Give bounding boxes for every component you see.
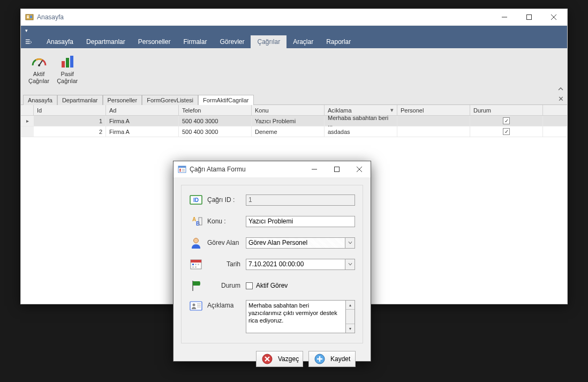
svg-rect-19	[179, 170, 181, 171]
doc-tab-anasayfa[interactable]: Anasayfa	[23, 95, 57, 105]
ribbon-tab-gorevler[interactable]: Görevler	[213, 35, 251, 48]
svg-rect-20	[182, 169, 185, 170]
vazgec-button[interactable]: Vazgeç	[256, 351, 303, 367]
ribbon-quick-access: ▾	[21, 26, 567, 35]
textarea-scrollbar[interactable]: ▴ ▾	[346, 300, 355, 333]
label-cagri-id: Çağrı ID :	[207, 196, 246, 204]
doc-tab-close-icon[interactable]: ✕	[558, 95, 564, 103]
cell-id: 2	[34, 126, 106, 137]
table-row[interactable]: ▸ 1 Firma A 500 400 3000 Yazıcı Problemi…	[21, 116, 567, 126]
doc-tab-formaktifcagrilar[interactable]: FormAktifCagrilar	[198, 95, 254, 105]
ribbon-tab-firmalar[interactable]: Firmalar	[177, 35, 213, 48]
scroll-down-icon[interactable]: ▾	[346, 324, 355, 333]
svg-point-31	[194, 238, 199, 243]
cell-durum[interactable]: ✓	[470, 116, 543, 126]
label-durum: Durum	[207, 282, 246, 289]
ribbon-tab-personeller[interactable]: Personeller	[132, 35, 177, 48]
grid-indicator-header	[21, 105, 34, 115]
input-cagri-id	[246, 194, 355, 206]
dropdown-arrow-icon[interactable]	[345, 237, 355, 249]
col-header-telefon[interactable]: Telefon	[179, 105, 252, 115]
svg-text:ID: ID	[193, 197, 199, 203]
col-header-id[interactable]: Id	[34, 105, 106, 115]
gauge-icon	[31, 53, 48, 70]
app-menu-icon[interactable]	[25, 36, 36, 47]
person-icon	[189, 237, 203, 249]
cell-durum[interactable]: ✓	[470, 126, 543, 137]
svg-rect-9	[26, 41, 30, 42]
app-icon	[25, 13, 34, 21]
dropdown-gorev-alan[interactable]: Görev Alan Personel	[246, 237, 355, 249]
svg-rect-18	[179, 169, 181, 170]
svg-rect-15	[70, 56, 73, 68]
dialog-minimize-button[interactable]	[303, 162, 326, 177]
svg-rect-21	[182, 170, 185, 171]
ribbon-collapse-icon[interactable]	[557, 86, 564, 92]
svg-rect-17	[178, 166, 186, 168]
dialog-close-button[interactable]	[348, 162, 371, 177]
ribbon-tab-anasayfa[interactable]: Anasayfa	[40, 35, 80, 48]
dialog-titlebar: Çağrı Atama Formu	[174, 161, 371, 177]
datepicker-tarih[interactable]: 7.10.2021 00:00:00	[246, 259, 355, 270]
textarea-aciklama[interactable]	[246, 300, 346, 333]
flag-icon	[189, 280, 203, 291]
ribbon-tab-araclar[interactable]: Araçlar	[287, 35, 320, 48]
doc-tab-formgorevlistesi[interactable]: FormGorevListesi	[142, 95, 198, 105]
svg-rect-3	[30, 16, 32, 18]
ribbon-tabstrip: Anasayfa Departmanlar Personeller Firmal…	[21, 35, 567, 48]
text-icon: AB	[189, 215, 203, 227]
cell-aciklama: asdadas	[325, 126, 397, 137]
svg-rect-1	[27, 16, 29, 17]
checkbox-icon: ✓	[503, 128, 510, 135]
cancel-icon	[262, 354, 273, 364]
ribbon-btn-pasif-cagrilar[interactable]: Pasif Çağrılar	[54, 51, 81, 86]
cell-ad: Firma A	[106, 116, 179, 126]
ribbon-label: Pasif Çağrılar	[57, 71, 78, 85]
col-header-personel[interactable]: Personel	[397, 105, 470, 115]
ribbon-tab-raporlar[interactable]: Raporlar	[320, 35, 357, 48]
maximize-button[interactable]	[517, 9, 541, 25]
doc-tab-departmanlar[interactable]: Departmanlar	[57, 95, 103, 105]
col-header-aciklama[interactable]: Aciklama▾	[325, 105, 397, 115]
sort-desc-icon: ▾	[390, 107, 394, 114]
datepicker-arrow-icon[interactable]	[345, 259, 355, 270]
add-icon	[314, 354, 325, 364]
svg-rect-37	[192, 266, 194, 268]
ribbon-tab-departmanlar[interactable]: Departmanlar	[80, 35, 132, 48]
svg-rect-34	[192, 264, 194, 265]
quick-dropdown-icon[interactable]: ▾	[25, 28, 28, 33]
dialog-cagri-atama: Çağrı Atama Formu ID Çağrı ID : AB Konu …	[173, 161, 371, 362]
dialog-maximize-button[interactable]	[326, 162, 348, 177]
svg-rect-8	[26, 40, 30, 40]
svg-rect-14	[66, 58, 69, 68]
close-button[interactable]	[541, 9, 566, 25]
ribbon-btn-aktif-cagrilar[interactable]: Aktif Çağrılar	[25, 51, 52, 86]
dialog-title: Çağrı Atama Formu	[190, 166, 303, 173]
input-konu[interactable]	[246, 216, 355, 227]
grid-header-row: Id Ad Telefon Konu Aciklama▾ Personel Du…	[21, 105, 567, 116]
ribbon-tab-cagrilar[interactable]: Çağrılar	[251, 35, 287, 48]
label-konu: Konu :	[207, 218, 246, 225]
col-header-ad[interactable]: Ad	[106, 105, 179, 115]
dialog-icon	[178, 165, 186, 174]
label-gorev-alan: Görev Alan	[207, 239, 246, 246]
address-card-icon	[189, 300, 203, 312]
doc-tab-personeller[interactable]: Personeller	[103, 95, 142, 105]
minimize-button[interactable]	[492, 9, 517, 25]
cell-id: 1	[34, 116, 106, 126]
bar-chart-icon	[59, 53, 76, 70]
document-tabstrip: Anasayfa Departmanlar Personeller FormGo…	[21, 93, 567, 105]
cell-personel	[397, 126, 470, 137]
checkbox-aktif-gorev[interactable]: Aktif Görev	[246, 282, 288, 289]
cell-telefon: 500 400 3000	[179, 116, 252, 126]
row-indicator	[21, 126, 34, 137]
svg-rect-33	[191, 260, 201, 263]
checkbox-icon: ✓	[503, 117, 510, 124]
ribbon-label: Aktif Çağrılar	[28, 71, 49, 85]
table-row[interactable]: 2 Firma A 500 400 3000 Deneme asdadas ✓	[21, 126, 567, 137]
scroll-up-icon[interactable]: ▴	[346, 301, 355, 310]
kaydet-button[interactable]: Kaydet	[308, 351, 356, 367]
col-header-konu[interactable]: Konu	[252, 105, 325, 115]
label-tarih: Tarih	[207, 260, 246, 268]
col-header-durum[interactable]: Durum	[470, 105, 543, 115]
